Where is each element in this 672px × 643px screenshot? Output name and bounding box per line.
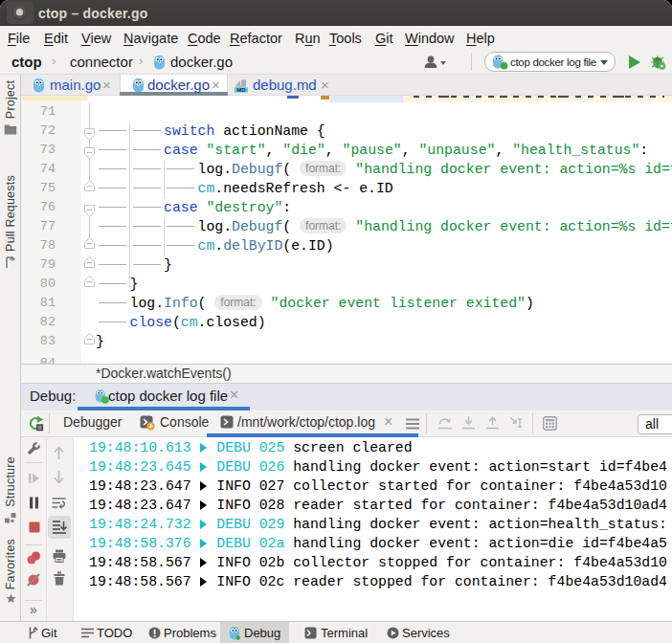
svg-text:MD: MD xyxy=(236,87,246,93)
